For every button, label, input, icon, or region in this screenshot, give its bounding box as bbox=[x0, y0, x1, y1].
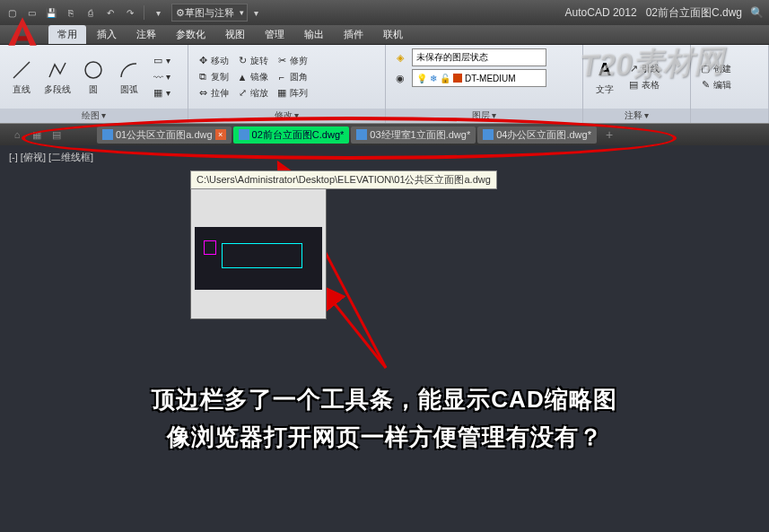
tab-view[interactable]: 视图 bbox=[216, 25, 254, 44]
dwg-icon bbox=[239, 129, 249, 140]
panel-layers-title[interactable]: 图层 ▾ bbox=[386, 109, 582, 123]
array-button[interactable]: ▦阵列 bbox=[273, 86, 310, 100]
list-icon[interactable]: ▤ bbox=[48, 126, 65, 143]
drawing-canvas[interactable]: [-] [俯视] [二维线框] bbox=[0, 145, 769, 532]
circle-button[interactable]: 圆 bbox=[77, 58, 109, 96]
app-logo[interactable] bbox=[4, 13, 41, 50]
grid-icon[interactable]: ▦ bbox=[29, 126, 45, 143]
workspace-menu-icon[interactable]: ▾ bbox=[248, 4, 264, 21]
doc-tab-01[interactable]: 01公共区立面图a.dwg× bbox=[97, 126, 232, 144]
layer-state-dropdown[interactable]: 未保存的图层状态 bbox=[412, 48, 546, 66]
separator bbox=[144, 5, 144, 20]
new-tab-button[interactable]: + bbox=[599, 127, 620, 142]
document-title: 02前台立面图C.dwg bbox=[646, 5, 742, 21]
fillet-button[interactable]: ⌐圆角 bbox=[273, 70, 310, 84]
layer-color-swatch bbox=[453, 74, 462, 83]
gear-icon: ⚙ bbox=[176, 7, 185, 19]
dwg-icon bbox=[483, 129, 494, 140]
lightbulb-icon: 💡 bbox=[416, 74, 427, 83]
title-bar: ▢ ▭ 💾 ⎘ ⎙ ↶ ↷ ▾ ⚙ 草图与注释 ▾ AutoCAD 2012 0… bbox=[0, 0, 769, 25]
rect-icon[interactable]: ▭▾ bbox=[149, 54, 173, 68]
undo-icon[interactable]: ↶ bbox=[102, 4, 118, 21]
thumbnail-preview bbox=[195, 227, 322, 290]
arc-button[interactable]: 圆弧 bbox=[113, 58, 145, 96]
panel-draw: 直线 多段线 圆 圆弧 ▭▾ 〰▾ ▦▾ 绘图 ▾ bbox=[0, 45, 188, 123]
document-thumbnail bbox=[190, 187, 327, 319]
saveas-icon[interactable]: ⎘ bbox=[63, 4, 79, 21]
dwg-icon bbox=[356, 129, 367, 140]
spline-icon[interactable]: 〰▾ bbox=[149, 70, 173, 84]
layer-props-icon[interactable]: ◈ bbox=[391, 50, 409, 65]
svg-line-0 bbox=[13, 62, 30, 78]
rotate-button[interactable]: ↻旋转 bbox=[233, 54, 271, 68]
svg-point-1 bbox=[85, 62, 101, 78]
ribbon-tab-bar: 常用 插入 注释 参数化 视图 管理 输出 插件 联机 bbox=[0, 25, 769, 45]
tab-plugins[interactable]: 插件 bbox=[335, 25, 372, 44]
hatch-icon[interactable]: ▦▾ bbox=[149, 86, 173, 100]
qat-dropdown-icon[interactable]: ▾ bbox=[150, 4, 166, 21]
panel-block-title[interactable] bbox=[691, 109, 768, 123]
layer-current-dropdown[interactable]: 💡 ❄ 🔓 DT-MEDIUM bbox=[412, 69, 546, 87]
close-icon[interactable]: × bbox=[215, 129, 226, 140]
print-icon[interactable]: ⎙ bbox=[83, 4, 99, 21]
annotation-line-2: 像浏览器打开网页一样方便管理有没有？ bbox=[0, 422, 769, 453]
lock-icon: 🔓 bbox=[440, 74, 450, 83]
tab-annotate[interactable]: 注释 bbox=[127, 25, 165, 44]
trim-button[interactable]: ✂修剪 bbox=[273, 54, 310, 68]
panel-draw-title[interactable]: 绘图 ▾ bbox=[0, 109, 188, 123]
doc-tab-02[interactable]: 02前台立面图C.dwg* bbox=[233, 126, 350, 144]
workspace-dropdown[interactable]: ⚙ 草图与注释 bbox=[171, 4, 248, 22]
tab-online[interactable]: 联机 bbox=[374, 25, 412, 44]
mirror-button[interactable]: ▲镜像 bbox=[233, 70, 271, 84]
copy-button[interactable]: ⧉复制 bbox=[194, 70, 232, 84]
save-icon[interactable]: 💾 bbox=[43, 4, 59, 21]
dwg-icon bbox=[102, 129, 113, 140]
file-path-tooltip: C:\Users\Administrator\Desktop\ELEVATION… bbox=[190, 170, 497, 189]
move-button[interactable]: ✥移动 bbox=[194, 54, 232, 68]
doc-tab-04[interactable]: 04办公区立面图.dwg* bbox=[477, 126, 597, 144]
search-icon[interactable]: 🔍 bbox=[747, 4, 765, 22]
panel-modify: ✥移动 ↻旋转 ✂修剪 ⧉复制 ▲镜像 ⌐圆角 ⇔拉伸 ⤢缩放 ▦阵列 修改 ▾ bbox=[188, 45, 386, 123]
tab-manage[interactable]: 管理 bbox=[256, 25, 293, 44]
line-button[interactable]: 直线 bbox=[5, 58, 38, 96]
stretch-button[interactable]: ⇔拉伸 bbox=[194, 86, 232, 100]
doc-tab-03[interactable]: 03经理室1立面图.dwg* bbox=[351, 126, 476, 144]
panel-modify-title[interactable]: 修改 ▾ bbox=[188, 109, 385, 123]
tab-parametric[interactable]: 参数化 bbox=[167, 25, 214, 44]
tab-output[interactable]: 输出 bbox=[295, 25, 333, 44]
app-title: AutoCAD 2012 bbox=[565, 6, 637, 19]
panel-annotation-title[interactable]: 注释 ▾ bbox=[583, 109, 690, 123]
home-icon[interactable]: ⌂ bbox=[9, 126, 25, 143]
polyline-button[interactable]: 多段线 bbox=[41, 58, 74, 96]
tab-insert[interactable]: 插入 bbox=[88, 25, 126, 44]
redo-icon[interactable]: ↷ bbox=[122, 4, 138, 21]
tab-home[interactable]: 常用 bbox=[48, 25, 86, 44]
layer-iso-icon[interactable]: ◉ bbox=[391, 71, 409, 85]
freeze-icon: ❄ bbox=[430, 74, 437, 83]
workspace-label: 草图与注释 bbox=[185, 6, 234, 20]
panel-layers: ◈ 未保存的图层状态 ◉ 💡 ❄ 🔓 DT-MEDIUM 图层 ▾ bbox=[386, 45, 583, 123]
watermark: T20素材网 bbox=[580, 40, 725, 87]
annotation-line-1: 顶边栏多了一个工具条，能显示CAD缩略图 bbox=[0, 384, 769, 415]
scale-button[interactable]: ⤢缩放 bbox=[233, 86, 271, 100]
viewport-label[interactable]: [-] [俯视] [二维线框] bbox=[9, 151, 93, 164]
document-tab-bar: ⌂ ▦ ▤ 01公共区立面图a.dwg× 02前台立面图C.dwg* 03经理室… bbox=[0, 124, 769, 145]
